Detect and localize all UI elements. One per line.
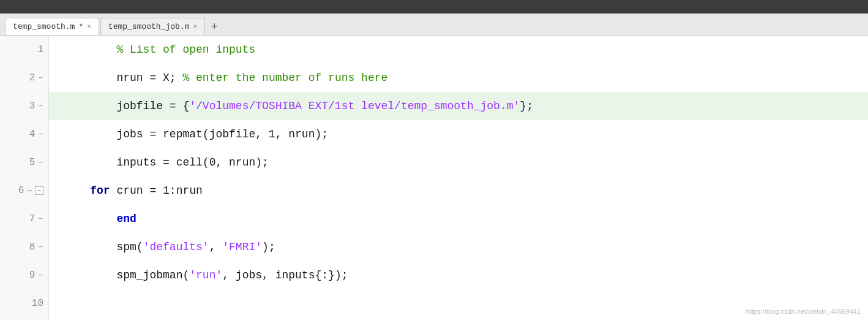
code-segment: % enter the number of runs here	[182, 64, 387, 92]
code-segment: for	[90, 177, 110, 205]
line-dash-5: –	[37, 157, 43, 168]
line-num-row-10: 10	[0, 289, 48, 318]
tab-close-1[interactable]: ✕	[87, 23, 91, 30]
code-segment: 'defaults'	[143, 233, 209, 261]
line-num-7: 7	[20, 213, 35, 224]
code-segment: ,	[209, 233, 223, 261]
code-line-3: jobfile = {'/Volumes/TOSHIBA EXT/1st lev…	[49, 92, 868, 120]
code-segment: 'run'	[189, 261, 222, 289]
line-num-row-6: 6–−	[0, 177, 48, 205]
code-line-5: inputs = cell(0, nrun);	[49, 148, 868, 177]
line-num-row-2: 2–	[0, 64, 48, 92]
line-num-4: 4	[20, 129, 35, 140]
tab-label-2: temp_smooth_job.m	[108, 22, 190, 31]
line-num-8: 8	[20, 242, 35, 253]
line-num-row-3: 3–	[0, 92, 48, 120]
code-segment	[64, 177, 90, 205]
line-num-6: 6	[9, 185, 24, 196]
line-dash-6: –	[26, 185, 32, 196]
line-dash-7: –	[37, 213, 43, 224]
line-num-row-8: 8–	[0, 233, 48, 261]
tab-temp-smooth-job[interactable]: temp_smooth_job.m ✕	[100, 18, 205, 35]
tab-modified: *	[78, 22, 83, 31]
code-segment: inputs = cell(0, nrun);	[64, 148, 269, 177]
code-segment: jobs = repmat(jobfile, 1, nrun);	[64, 120, 328, 148]
line-num-5: 5	[20, 157, 35, 168]
code-segment	[64, 205, 116, 233]
code-segment: jobfile = {	[64, 92, 189, 120]
code-segment: spm(	[64, 233, 143, 261]
code-segment: end	[116, 205, 136, 233]
line-dash-9: –	[37, 270, 43, 281]
code-segment: , jobs, inputs{:});	[222, 261, 348, 289]
line-num-9: 9	[20, 270, 35, 281]
code-segment: };	[520, 92, 533, 120]
tab-temp-smooth[interactable]: temp_smooth.m * ✕	[5, 18, 99, 35]
tab-bar: temp_smooth.m * ✕ temp_smooth_job.m ✕ +	[0, 13, 868, 36]
code-segment: crun = 1:nrun	[110, 177, 203, 205]
title-bar	[0, 0, 868, 13]
code-content[interactable]: % List of open inputs nrun = X; % enter …	[49, 36, 868, 320]
line-dash-3: –	[37, 101, 43, 112]
line-num-10: 10	[29, 298, 43, 309]
editor-area: 12–3–4–5–6–−7–8–9–10 % List of open inpu…	[0, 36, 868, 320]
tab-add-button[interactable]: +	[206, 19, 222, 35]
line-dash-4: –	[37, 129, 43, 140]
line-num-row-9: 9–	[0, 261, 48, 289]
code-segment: nrun = X;	[116, 64, 182, 92]
code-line-4: jobs = repmat(jobfile, 1, nrun);	[49, 120, 868, 148]
watermark: https://blog.csdn.net/weixin_44669441	[746, 308, 861, 315]
line-num-row-5: 5–	[0, 148, 48, 177]
tab-label: temp_smooth.m	[13, 22, 75, 31]
code-line-1: % List of open inputs	[49, 36, 868, 64]
line-num-1: 1	[29, 44, 43, 55]
code-line-10	[49, 289, 868, 318]
code-line-9: spm_jobman('run', jobs, inputs{:});	[49, 261, 868, 289]
line-num-row-4: 4–	[0, 120, 48, 148]
line-num-row-7: 7–	[0, 205, 48, 233]
code-segment: spm_jobman(	[64, 261, 189, 289]
code-segment	[64, 64, 116, 92]
code-segment: % List of open inputs	[64, 36, 255, 64]
code-segment: 'FMRI'	[222, 233, 262, 261]
fold-icon-6[interactable]: −	[35, 186, 43, 195]
line-num-2: 2	[20, 72, 35, 83]
code-line-7: end	[49, 205, 868, 233]
tab-close-2[interactable]: ✕	[193, 23, 197, 30]
code-segment: '/Volumes/TOSHIBA EXT/1st level/temp_smo…	[189, 92, 520, 120]
code-line-2: nrun = X; % enter the number of runs her…	[49, 64, 868, 92]
code-segment: );	[262, 233, 275, 261]
code-line-6: for crun = 1:nrun	[49, 177, 868, 205]
line-dash-2: –	[37, 72, 43, 83]
line-num-row-1: 1	[0, 36, 48, 64]
line-dash-8: –	[37, 242, 43, 253]
line-num-3: 3	[20, 101, 35, 112]
code-line-8: spm('defaults', 'FMRI');	[49, 233, 868, 261]
line-numbers-gutter: 12–3–4–5–6–−7–8–9–10	[0, 36, 49, 320]
